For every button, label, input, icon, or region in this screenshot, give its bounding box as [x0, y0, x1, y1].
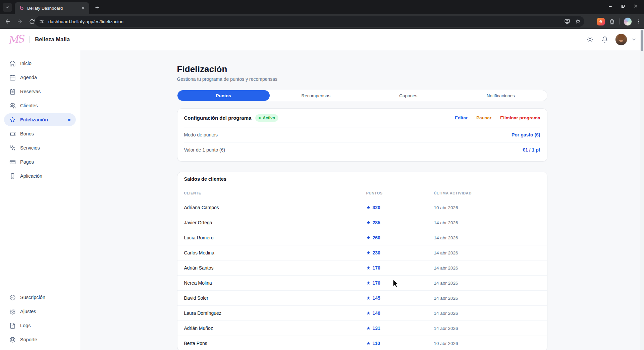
last-activity: 14 abr 2026: [434, 311, 541, 316]
sidebar-item-soporte[interactable]: Soporte: [4, 333, 76, 346]
table-row: Javier Ortega 285 14 abr 2026: [177, 215, 547, 230]
notifications-button[interactable]: [599, 34, 610, 45]
balances-title: Saldos de clientes: [184, 176, 227, 182]
tab-title: Bellafy Dashboard: [27, 6, 80, 11]
install-app-button[interactable]: [564, 18, 570, 24]
bookmark-star-icon: [575, 18, 581, 24]
new-tab-button[interactable]: [93, 3, 101, 12]
client-points: 131: [366, 326, 434, 331]
star-icon: [366, 311, 371, 315]
client-name: Adriana Campos: [184, 205, 366, 210]
client-name: Adrián Muñoz: [184, 326, 366, 331]
client-name: Lucía Romero: [184, 235, 366, 240]
check-circle-icon: [9, 294, 16, 301]
column-ultima-actividad: ÚLTIMA ACTIVIDAD: [434, 191, 541, 195]
url-text[interactable]: dashboard.bellafy.app/es/fidelizacion: [48, 19, 564, 24]
reload-icon: [29, 19, 35, 24]
sidebar-nav: Inicio Agenda Reservas Clientes Fideliza…: [0, 57, 80, 184]
browser-profile-avatar[interactable]: [624, 17, 632, 26]
last-activity: 14 abr 2026: [434, 220, 541, 225]
browser-toolbar: dashboard.bellafy.app/es/fidelizacion: [0, 14, 644, 29]
sidebar-item-label: Suscripción: [20, 295, 45, 300]
sidebar-item-servicios[interactable]: Servicios: [4, 141, 76, 154]
sidebar-item-clientes[interactable]: Clientes: [4, 99, 76, 112]
tab-notificaciones[interactable]: Notificaciones: [454, 90, 547, 101]
sidebar-item-suscripcion[interactable]: Suscripción: [4, 291, 76, 304]
star-icon: [9, 117, 16, 123]
puzzle-icon: [609, 18, 615, 25]
bell-icon: [601, 36, 608, 43]
table-row: Nerea Molina 170 14 abr 2026: [177, 276, 547, 291]
client-points: 320: [366, 205, 434, 210]
client-points: 170: [366, 280, 434, 286]
sidebar-item-reservas[interactable]: Reservas: [4, 85, 76, 98]
scrollbar-thumb[interactable]: [641, 30, 643, 51]
profile-menu-button[interactable]: [631, 37, 637, 42]
close-window-button[interactable]: [629, 1, 642, 11]
page-subtitle: Gestiona tu programa de puntos y recompe…: [177, 76, 547, 82]
toolbar-divider: [619, 18, 620, 24]
tab-recompensas[interactable]: Recompensas: [270, 90, 362, 101]
credit-card-icon: [9, 159, 16, 165]
sidebar-item-ajustes[interactable]: Ajustes: [4, 305, 76, 318]
file-text-icon: [9, 323, 16, 329]
extension-search-icon[interactable]: [597, 18, 605, 25]
sidebar-item-label: Clientes: [20, 103, 38, 108]
sidebar-footer-nav: Suscripción Ajustes Logs Soporte: [0, 291, 80, 347]
client-name: David Soler: [184, 295, 366, 301]
site-favicon: [19, 5, 24, 11]
business-name: Belleza Malla: [35, 36, 70, 43]
last-activity: 14 abr 2026: [434, 281, 541, 286]
delete-program-button[interactable]: Eliminar programa: [500, 115, 540, 120]
star-icon: [366, 251, 371, 255]
sidebar-item-label: Logs: [20, 323, 31, 328]
table-row: Berta Pons 110 10 abr 2026: [177, 336, 547, 350]
site-info-icon[interactable]: [39, 19, 44, 24]
sidebar-item-pagos[interactable]: Pagos: [4, 156, 76, 168]
extensions-button[interactable]: [609, 18, 615, 25]
window-controls: [604, 0, 642, 12]
tab-close-button[interactable]: [80, 5, 86, 11]
browser-tab[interactable]: Bellafy Dashboard: [15, 2, 89, 14]
sidebar-item-label: Agenda: [20, 75, 37, 80]
sidebar-item-label: Soporte: [20, 337, 37, 342]
ticket-icon: [9, 131, 16, 137]
setting-row-points-mode: Modo de puntos Por gasto (€): [184, 127, 540, 142]
sidebar-item-agenda[interactable]: Agenda: [4, 71, 76, 84]
close-icon: [633, 4, 638, 8]
last-activity: 14 abr 2026: [434, 326, 541, 331]
sidebar-item-label: Ajustes: [20, 309, 36, 314]
pause-program-button[interactable]: Pausar: [476, 115, 491, 120]
section-tabs: Puntos Recompensas Cupones Notificacione…: [177, 90, 547, 101]
tab-search-button[interactable]: [3, 3, 12, 12]
tab-cupones[interactable]: Cupones: [362, 90, 455, 101]
theme-toggle-button[interactable]: [584, 34, 596, 45]
status-badge: Activo: [255, 114, 278, 122]
setting-row-point-value: Valor de 1 punto (€) €1 / 1 pt: [184, 142, 540, 157]
minimize-button[interactable]: [604, 1, 616, 11]
user-avatar[interactable]: [615, 34, 627, 46]
sidebar-item-logs[interactable]: Logs: [4, 319, 76, 332]
sidebar-item-inicio[interactable]: Inicio: [4, 57, 76, 70]
sidebar-item-aplicacion[interactable]: Aplicación: [4, 170, 76, 182]
program-config-title: Configuración del programa: [184, 115, 252, 121]
sidebar-item-label: Servicios: [20, 145, 40, 151]
client-points: 260: [366, 235, 434, 240]
back-button[interactable]: [3, 16, 13, 26]
last-activity: 14 abr 2026: [434, 235, 541, 240]
sidebar-item-label: Pagos: [20, 159, 34, 165]
star-icon: [366, 206, 371, 210]
app-logo[interactable]: MS: [8, 34, 24, 45]
browser-menu-button[interactable]: [636, 19, 641, 24]
url-bar[interactable]: dashboard.bellafy.app/es/fidelizacion: [35, 16, 584, 27]
tab-puntos[interactable]: Puntos: [177, 90, 270, 101]
forward-button[interactable]: [15, 16, 25, 26]
edit-program-button[interactable]: Editar: [455, 115, 468, 120]
sidebar-item-bonos[interactable]: Bonos: [4, 127, 76, 140]
bookmark-button[interactable]: [575, 18, 581, 24]
sidebar-item-fidelizacion[interactable]: Fidelización: [4, 113, 76, 126]
star-icon: [366, 296, 371, 300]
table-row: Lucía Romero 260 14 abr 2026: [177, 230, 547, 245]
page-scrollbar[interactable]: [640, 29, 644, 350]
restore-button[interactable]: [616, 1, 629, 11]
